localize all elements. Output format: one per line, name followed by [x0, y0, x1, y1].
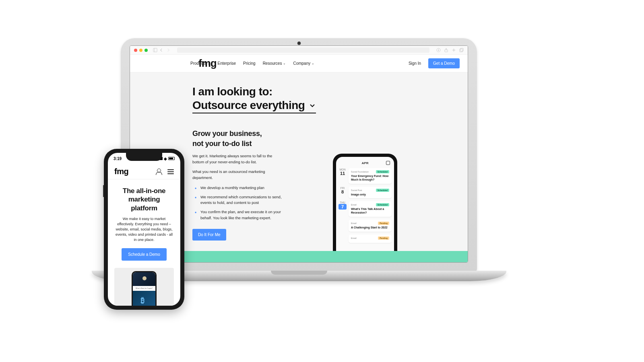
hero-subsection: Grow your business, not your to-do list …: [192, 129, 313, 241]
inner-phone-screen: APR MON11Social FoundationScheduledYour …: [336, 157, 394, 262]
feed-card[interactable]: Social PostScheduledImage-only: [349, 187, 392, 199]
feed-card[interactable]: EmailScheduledWhat's This Talk About a R…: [349, 201, 392, 217]
sub-heading: Grow your business, not your to-do list: [192, 129, 313, 148]
tiny-caption: What's Next for Crypto?: [133, 286, 155, 291]
day-column: MON11: [339, 168, 347, 184]
feed-row[interactable]: MON11Social FoundationScheduledYour Emer…: [339, 168, 392, 184]
status-badge: Scheduled: [376, 189, 389, 192]
nav-label: Company: [293, 61, 310, 66]
nav-company[interactable]: Company⌄: [293, 61, 314, 66]
nav-enterprise[interactable]: Enterprise: [217, 61, 236, 66]
inner-phone-header: APR: [339, 160, 392, 168]
download-icon[interactable]: [436, 48, 441, 52]
mobile-heading: The all-in-one marketing platform: [114, 187, 174, 212]
bullet-item: You confirm the plan, and we execute it …: [197, 209, 282, 221]
logo[interactable]: fmg: [114, 167, 128, 176]
mobile-body-text: We make it easy to market effectively. E…: [114, 216, 174, 243]
laptop-camera: [297, 41, 301, 45]
svg-rect-9: [460, 48, 463, 51]
nav-pricing[interactable]: Pricing: [243, 61, 256, 66]
tiny-image-2: [133, 291, 155, 306]
hero-bullets: We develop a monthly marketing plan We r…: [192, 185, 313, 221]
chevron-down-icon: [309, 102, 316, 109]
calendar-icon[interactable]: [386, 161, 390, 165]
status-badge: Pending: [378, 222, 389, 225]
status-badge: Scheduled: [376, 170, 389, 173]
hero-para-1: We get it. Marketing always seems to fal…: [192, 153, 279, 165]
feed-row[interactable]: EmailPendingA Challenging Start to 2022: [339, 220, 392, 232]
window-controls[interactable]: [134, 49, 148, 52]
toolbar-right: [436, 48, 464, 52]
phone-notch: [126, 153, 162, 161]
menu-icon[interactable]: [167, 169, 174, 174]
status-time: 3:19: [114, 156, 122, 161]
back-icon[interactable]: [159, 48, 164, 52]
hero-para-2: What you need is an outsourced marketing…: [192, 169, 279, 181]
status-badge: Pending: [378, 237, 389, 240]
tabs-icon[interactable]: [459, 48, 464, 52]
mobile-preview-card: What's Next for Crypto?: [114, 268, 174, 306]
forward-icon[interactable]: [166, 48, 170, 52]
svg-rect-8: [460, 49, 462, 52]
feed-row[interactable]: THU7EmailScheduledWhat's This Talk About…: [339, 201, 392, 217]
laptop-hinge-notch: [271, 271, 327, 275]
new-tab-icon[interactable]: [452, 48, 456, 52]
maximize-icon[interactable]: [144, 49, 148, 52]
card-title: Image-only: [351, 193, 389, 197]
bullet-item: We recommend which communications to sen…: [197, 194, 282, 206]
card-title: A Challenging Start to 2022: [351, 226, 389, 230]
address-bar[interactable]: [177, 47, 429, 53]
mobile-header: fmg: [108, 164, 180, 179]
get-demo-button[interactable]: Get a Demo: [428, 58, 460, 68]
browser-toolbar: [130, 46, 468, 55]
card-tag: Email: [351, 222, 357, 224]
bullet-item: We develop a monthly marketing plan: [197, 185, 282, 191]
site-header: fmg Products⌄ Enterprise Pricing Resourc…: [130, 55, 468, 72]
day-column: [339, 220, 347, 232]
status-badge: Scheduled: [376, 203, 389, 206]
sign-in-link[interactable]: Sign In: [409, 61, 421, 66]
card-tag: Social Post: [351, 189, 362, 191]
logo[interactable]: fmg: [198, 57, 217, 70]
tiny-image-1: [133, 272, 155, 286]
day-column: THU7: [339, 201, 347, 217]
do-it-for-me-button[interactable]: Do It For Me: [192, 229, 226, 241]
tiny-phone-mock: What's Next for Crypto?: [132, 271, 157, 306]
card-title: What's This Talk About a Recession?: [351, 208, 389, 215]
nav-resources[interactable]: Resources⌄: [263, 61, 286, 66]
mobile-hero: The all-in-one marketing platform We mak…: [108, 179, 180, 306]
card-tag: Social Foundation: [351, 171, 369, 173]
account-icon[interactable]: [156, 169, 162, 175]
nav-label: Resources: [263, 61, 282, 66]
feed-row[interactable]: FRI8Social PostScheduledImage-only: [339, 187, 392, 199]
hero-prefix: I am looking to:: [192, 84, 468, 99]
chevron-down-icon: ⌄: [312, 62, 314, 65]
feed-card[interactable]: EmailPendingA Challenging Start to 2022: [349, 220, 392, 232]
card-title: Your Emergency Fund: How Much Is Enough?: [351, 175, 389, 182]
chevron-down-icon: ⌄: [283, 62, 286, 65]
hero-dropdown[interactable]: Outsource everything: [192, 99, 316, 113]
battery-icon: [168, 157, 175, 160]
dropdown-value: Outsource everything: [192, 99, 305, 112]
svg-rect-0: [153, 48, 157, 52]
feed-row[interactable]: EmailPending: [339, 234, 392, 243]
share-icon[interactable]: [444, 48, 448, 52]
feed-card[interactable]: EmailPending: [349, 234, 392, 243]
wifi-icon: ◈: [164, 156, 167, 161]
sidebar-icon[interactable]: [153, 48, 157, 52]
card-tag: Email: [351, 237, 357, 239]
close-icon[interactable]: [134, 49, 137, 52]
feed-card[interactable]: Social FoundationScheduledYour Emergency…: [349, 168, 392, 184]
month-label: APR: [362, 161, 369, 165]
day-column: FRI8: [339, 187, 347, 199]
card-tag: Email: [351, 204, 357, 206]
schedule-demo-button[interactable]: Schedule a Demo: [122, 248, 167, 261]
minimize-icon[interactable]: [139, 49, 142, 52]
phone-screen: 3:19 ◈ fmg The all-in-one marketing plat…: [108, 153, 180, 306]
day-column: [339, 234, 347, 243]
phone-mockup: 3:19 ◈ fmg The all-in-one marketing plat…: [104, 149, 184, 310]
inner-phone-mock: APR MON11Social FoundationScheduledYour …: [333, 154, 397, 262]
